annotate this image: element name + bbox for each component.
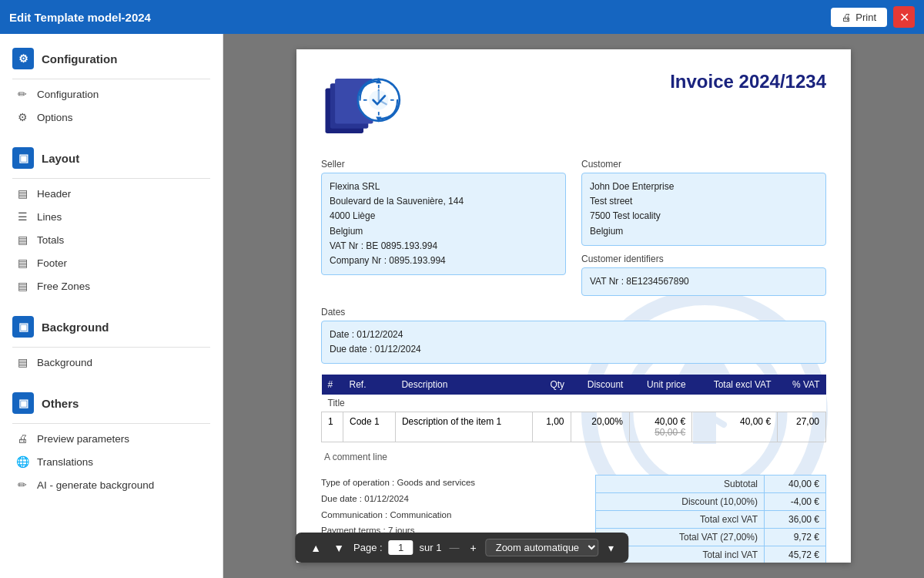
sidebar-item-footer[interactable]: ▤ Footer — [0, 251, 223, 274]
background-section-label: Background — [42, 321, 109, 334]
top-bar: Edit Template model-2024 🖨 Print ✕ — [0, 0, 924, 34]
sidebar-item-options-label: Options — [37, 112, 73, 123]
sidebar-item-header[interactable]: ▤ Header — [0, 182, 223, 205]
col-description: Description — [395, 375, 532, 395]
sidebar-item-background-label: Background — [37, 357, 92, 368]
top-bar-actions: 🖨 Print ✕ — [831, 6, 915, 28]
totals-discount-value: -4,00 € — [765, 493, 826, 511]
dates-label: Dates — [321, 307, 826, 318]
invoice-content: Invoice 2024/1234 Seller Flexina SRL Bou… — [321, 71, 826, 563]
sidebar-section-background: ▣ Background ▤ Background — [0, 302, 223, 378]
zoom-select[interactable]: Zoom automatique 50% 75% 100% 125% 150% — [486, 539, 599, 556]
note-1: Type of operation : Goods and services — [321, 475, 580, 491]
app-title: Edit Template model-2024 — [9, 11, 151, 24]
invoice-header: Invoice 2024/1234 — [321, 71, 826, 143]
totals-excl-vat-label: Total excl VAT — [596, 511, 765, 529]
ai-icon: ✏ — [15, 479, 29, 491]
page-up-button[interactable]: ▲ — [307, 540, 324, 556]
configuration-section-icon: ⚙ — [12, 48, 34, 69]
layout-section-label: Layout — [42, 152, 79, 165]
page-total: sur 1 — [420, 542, 442, 553]
sidebar-section-layout: ▣ Layout ▤ Header ☰ Lines ▤ Totals ▤ Foo… — [0, 133, 223, 302]
main-layout: ⚙ Configuration ✏ Configuration ⚙ Option… — [0, 34, 924, 578]
row-discount: 20,00% — [571, 412, 629, 442]
sidebar-item-lines[interactable]: ☰ Lines — [0, 205, 223, 228]
totals-discount: Discount (10,00%) -4,00 € — [596, 493, 826, 511]
table-title-row: Title — [322, 395, 826, 412]
col-unit-price: Unit price — [629, 375, 691, 395]
globe-icon: 🌐 — [15, 455, 29, 468]
customer-city: 7500 Test locality — [590, 209, 818, 223]
sidebar-section-header-layout: ▣ Layout — [0, 141, 223, 175]
seller-name: Flexina SRL — [330, 180, 557, 194]
totals-vat-value: 9,72 € — [765, 529, 826, 546]
sidebar-item-totals[interactable]: ▤ Totals — [0, 228, 223, 251]
page-input[interactable] — [389, 540, 413, 555]
sidebar-item-configuration-label: Configuration — [37, 89, 99, 100]
sidebar-section-others: ▣ Others 🖨 Preview parameters 🌐 Translat… — [0, 378, 223, 501]
table-row: 1 Code 1 Description of the item 1 1,00 … — [322, 412, 826, 442]
zoom-in-button[interactable]: + — [467, 540, 480, 556]
sidebar-item-configuration[interactable]: ✏ Configuration — [0, 82, 223, 106]
sidebar-item-translations[interactable]: 🌐 Translations — [0, 450, 223, 473]
customer-vat-box: VAT Nr : 8E1234567890 — [581, 267, 826, 296]
totals-excl-vat: Total excl VAT 36,00 € — [596, 511, 826, 529]
col-qty: Qty — [533, 375, 571, 395]
sidebar-item-free-zones-label: Free Zones — [37, 281, 90, 292]
invoice-date: Date : 01/12/2024 — [330, 328, 818, 342]
sidebar-item-preview-parameters-label: Preview parameters — [37, 433, 129, 445]
row-total: 40,00 € — [692, 412, 778, 442]
seller-company: Company Nr : 0895.193.994 — [330, 254, 557, 268]
page-down-button[interactable]: ▼ — [330, 540, 347, 556]
page-label: Page : — [353, 542, 383, 553]
close-button[interactable]: ✕ — [893, 6, 915, 28]
sidebar-section-header-others: ▣ Others — [0, 386, 223, 420]
seller-box: Flexina SRL Boulevard de la Sauvenière, … — [321, 173, 566, 275]
customer-name: John Doe Enterprise — [590, 180, 818, 194]
print-button[interactable]: 🖨 Print — [831, 8, 887, 27]
customer-address: Test street — [590, 194, 818, 209]
free-zones-icon: ▤ — [15, 280, 29, 292]
bg-icon: ▤ — [15, 356, 29, 368]
sidebar-item-translations-label: Translations — [37, 456, 93, 468]
seller-city: 4000 Liège — [330, 209, 557, 223]
invoice-paper: Invoice 2024/1234 Seller Flexina SRL Bou… — [296, 49, 851, 563]
col-total-excl-vat: Total excl VAT — [692, 375, 778, 395]
divider — [12, 423, 210, 424]
totals-discount-label: Discount (10,00%) — [596, 493, 765, 511]
col-ref: Ref. — [343, 375, 396, 395]
col-vat: % VAT — [778, 375, 826, 395]
totals-table: Subtotal 40,00 € Discount (10,00%) -4,00… — [595, 475, 826, 563]
sidebar-item-options[interactable]: ⚙ Options — [0, 106, 223, 129]
header-icon: ▤ — [15, 187, 29, 200]
sidebar-section-header-configuration: ⚙ Configuration — [0, 42, 223, 76]
note-3: Communication : Communication — [321, 507, 580, 523]
sidebar-section-configuration: ⚙ Configuration ✏ Configuration ⚙ Option… — [0, 34, 223, 133]
content-area: Invoice 2024/1234 Seller Flexina SRL Bou… — [223, 34, 924, 578]
col-discount: Discount — [571, 375, 629, 395]
divider — [12, 79, 210, 79]
totals-subtotal-label: Subtotal — [596, 476, 765, 493]
others-section-icon: ▣ — [12, 392, 34, 414]
sidebar-item-free-zones[interactable]: ▤ Free Zones — [0, 274, 223, 297]
seller-label: Seller — [321, 159, 566, 170]
dates-box: Date : 01/12/2024 Due date : 01/12/2024 — [321, 321, 826, 364]
toolbar-minus: — — [450, 542, 460, 553]
invoice-logo — [321, 71, 406, 143]
customer-label: Customer — [581, 159, 826, 170]
seller-customer-row: Seller Flexina SRL Boulevard de la Sauve… — [321, 159, 826, 296]
sidebar-item-background[interactable]: ▤ Background — [0, 351, 223, 374]
totals-vat: Total VAT (27,00%) 9,72 € — [596, 529, 826, 546]
sidebar-item-ai-label: AI - generate background — [37, 479, 154, 491]
sidebar-item-ai-generate[interactable]: ✏ AI - generate background — [0, 473, 223, 496]
totals-excl-vat-value: 36,00 € — [765, 511, 826, 529]
sidebar-item-totals-label: Totals — [37, 234, 64, 246]
totals-incl-vat-value: 45,72 € — [765, 546, 826, 563]
bottom-toolbar: ▲ ▼ Page : sur 1 — + Zoom automatique 50… — [295, 533, 628, 563]
totals-icon: ▤ — [15, 234, 29, 246]
sidebar-item-preview-parameters[interactable]: 🖨 Preview parameters — [0, 427, 223, 450]
zoom-dropdown-button[interactable]: ▾ — [605, 540, 617, 556]
comment-row: A comment line — [321, 449, 826, 469]
row-description: Description of the item 1 — [395, 412, 532, 442]
layout-section-icon: ▣ — [12, 147, 34, 169]
